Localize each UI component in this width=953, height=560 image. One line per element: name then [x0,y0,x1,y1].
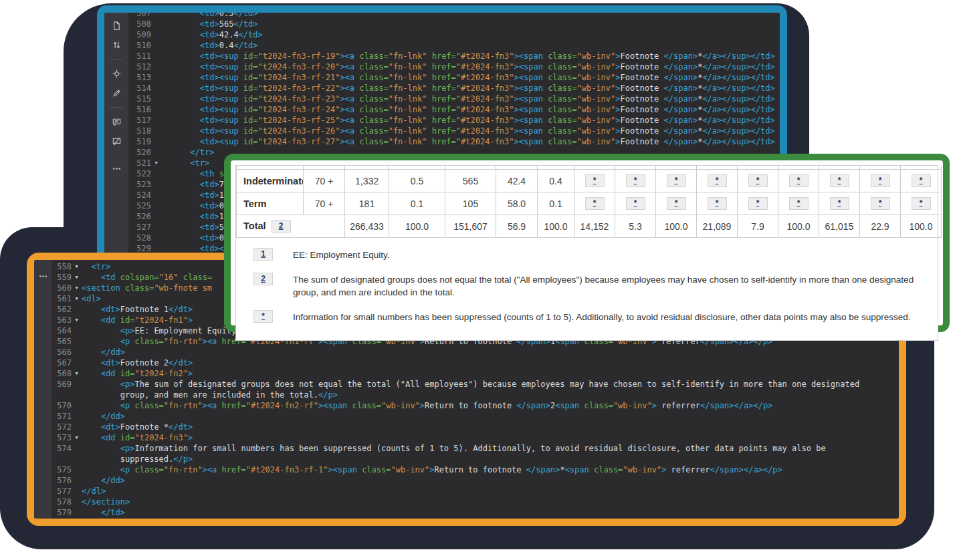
footnote-1-link[interactable]: 1 [253,248,273,261]
footnote-asterisk-link[interactable]: * [912,197,931,210]
footnote-asterisk-link[interactable]: * [626,197,645,210]
footnote-asterisk-link[interactable]: * [585,197,605,210]
code-line: 512 <td><sup id="t2024-fn3-rf-20"><a cla… [128,61,780,72]
code-line: suppressed.</p> [51,454,899,464]
footnote-2-link[interactable]: 2 [253,273,273,285]
fold-spacer [151,61,161,72]
fold-arrow-icon[interactable]: ▼ [72,283,82,293]
footnote-asterisk-link[interactable]: * [585,174,605,187]
footnote-list: 1EE: Employment Equity.2The sum of desig… [236,238,938,340]
footnote-asterisk-link[interactable]: * [871,174,890,187]
fold-spacer [151,83,161,94]
suppressed-cell: * [615,170,656,192]
fold-spacer [72,379,82,390]
code-line: 566 </dd> [51,347,899,358]
line-number: 514 [128,83,151,94]
edit-icon[interactable] [110,86,123,100]
fold-spacer [72,325,82,336]
line-number: 520 [128,147,151,158]
file-icon[interactable] [110,19,123,32]
inspect-icon[interactable] [110,67,123,80]
code-line: 579 </td> [51,507,899,518]
table-row: Total2266,433100.0151,60756.9100.014,152… [237,215,942,238]
fold-arrow-icon[interactable]: ▼ [72,293,82,304]
line-number: 576 [51,475,72,486]
fold-spacer [151,104,161,115]
footnote-asterisk-link[interactable]: * [667,174,686,187]
code-text: </dd> [82,411,125,422]
table-cell: 58.0 [496,192,538,215]
suppressed-cell: * [860,170,901,192]
footnote-asterisk-link[interactable]: * [871,197,890,210]
line-number: 518 [128,126,151,136]
code-line: 569 <p>The sum of designated groups does… [51,379,899,390]
line-number: 508 [128,19,151,29]
line-number: 570 [51,400,72,411]
table-cell: 21,089 [697,215,738,238]
footnote-asterisk-link[interactable]: * [748,174,768,187]
table-cell: 266,433 [345,215,389,238]
line-number: 562 [51,304,72,315]
footnote-2-link[interactable]: 2 [272,220,291,233]
fold-arrow-icon[interactable]: ▼ [72,368,82,379]
editor-toolbar-top [104,13,128,260]
footnote-asterisk-link[interactable]: * [830,174,849,187]
fold-arrow-icon[interactable]: ▼ [72,315,82,325]
fold-arrow-icon[interactable]: ▼ [151,158,161,168]
line-number: 523 [128,179,151,190]
code-text: <td>565</td> [161,19,258,29]
code-text: <dd id="t2024-fn2"> [82,368,193,379]
fold-arrow-icon[interactable]: ▼ [72,272,82,283]
line-number: 579 [51,507,72,518]
footnote-asterisk-link[interactable]: * [830,197,849,210]
table-cell: 70 + [304,192,345,215]
fold-spacer [151,190,161,200]
table-row: Indeterminate70 +1,3320.556542.40.4*****… [237,170,942,192]
table-cell: 0.4 [538,170,574,192]
code-text: <td>42.4</td> [161,29,263,40]
suppressed-cell: * [615,192,656,215]
footnote-asterisk-link[interactable]: * [667,197,686,210]
suppressed-cell: * [901,170,942,192]
comment-icon[interactable] [110,115,123,128]
line-number: 519 [128,136,151,147]
sort-icon[interactable] [110,38,123,51]
code-text: </td> [82,507,125,518]
line-number: 565 [51,336,72,347]
comments-off-icon[interactable] [110,134,123,148]
fold-arrow-icon[interactable]: ▼ [72,261,82,272]
code-text: <p>The sum of designated groups does not… [82,379,859,390]
code-text: </tr> [161,147,215,158]
more-icon[interactable] [36,269,49,283]
table-cell: 22.9 [860,215,901,238]
table-cell: 1,332 [345,170,389,192]
suppressed-cell: * [778,170,819,192]
code-line: 577</dl> [51,486,899,497]
footnote-asterisk-link[interactable]: * [912,174,931,187]
line-number: 517 [128,115,151,126]
footnote-asterisk-link[interactable]: * [253,310,273,323]
code-text: <tr> [82,261,110,272]
fold-spacer [72,347,82,358]
footnote-asterisk-link[interactable]: * [748,197,768,210]
more-icon[interactable] [110,162,123,175]
footnote-asterisk-link[interactable]: * [626,174,645,187]
footnote-asterisk-link[interactable]: * [789,197,809,210]
footnote-asterisk-link[interactable]: * [789,174,809,187]
code-line: 574 <p>Information for small numbers has… [51,443,899,454]
code-line: 511 <td><sup id="t2024-fn3-rf-19"><a cla… [128,51,780,61]
line-number: 575 [51,464,72,475]
fold-spacer [151,233,161,243]
footnote-text: Information for small numbers has been s… [293,309,911,324]
fold-arrow-icon[interactable]: ▼ [72,432,82,443]
footnote-asterisk-link[interactable]: * [708,197,727,210]
code-line: 570 <p class="fn-rtn"><a href="#t2024-fn… [51,400,899,411]
suppressed-cell: * [819,170,860,192]
fold-spacer [72,443,82,454]
fold-spacer [72,507,82,518]
line-number: 571 [51,411,72,422]
table-row: Term70 +1810.110558.00.1********* [237,192,942,215]
fold-spacer [151,29,161,40]
footnote-asterisk-link[interactable]: * [708,174,727,187]
fold-spacer [72,400,82,411]
